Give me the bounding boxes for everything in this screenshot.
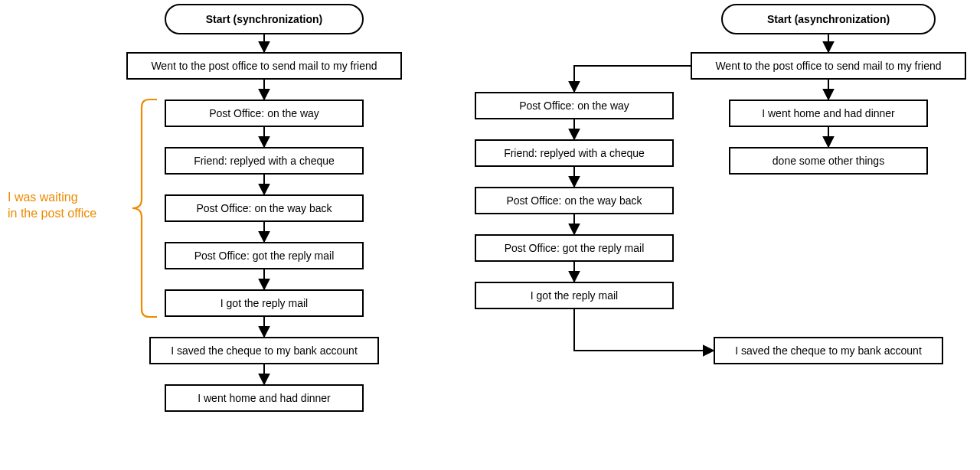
async-right-col-1: I went home and had dinner [729, 100, 928, 127]
text: I saved the cheque to my bank account [735, 344, 922, 357]
text: Friend: replyed with a cheque [194, 155, 335, 168]
text: done some other things [773, 155, 884, 168]
async-step-3: Friend: replyed with a cheque [475, 139, 674, 167]
text: I went home and had dinner [762, 107, 895, 120]
async-step-7: I saved the cheque to my bank account [714, 337, 943, 364]
async-step-2: Post Office: on the way [475, 92, 674, 119]
sync-start-terminator: Start (synchronization) [165, 4, 364, 34]
sync-step-6: I got the reply mail [165, 289, 364, 317]
async-step-6: I got the reply mail [475, 282, 674, 309]
text: I went home and had dinner [198, 392, 331, 405]
async-step-4: Post Office: on the way back [475, 187, 674, 214]
text: Post Office: on the way [209, 107, 319, 120]
text: Post Office: got the reply mail [505, 242, 645, 255]
text: Post Office: on the way back [196, 202, 332, 215]
sync-step-4: Post Office: on the way back [165, 194, 364, 222]
text: Post Office: on the way back [506, 194, 642, 207]
sync-step-3: Friend: replyed with a cheque [165, 147, 364, 175]
sync-step-2: Post Office: on the way [165, 100, 364, 127]
text: I got the reply mail [220, 297, 308, 310]
text: Went to the post office to send mail to … [715, 60, 941, 73]
async-step-5: Post Office: got the reply mail [475, 234, 674, 262]
text: I got the reply mail [531, 289, 618, 302]
text: Went to the post office to send mail to … [151, 60, 377, 73]
sync-step-8: I went home and had dinner [165, 384, 364, 412]
text: Friend: replyed with a cheque [504, 147, 645, 160]
async-step-1: Went to the post office to send mail to … [691, 52, 966, 80]
sync-step-7: I saved the cheque to my bank account [149, 337, 379, 364]
sync-step-5: Post Office: got the reply mail [165, 242, 364, 269]
waiting-annotation: I was waiting in the post office [8, 190, 130, 222]
async-start-label: Start (asynchronization) [767, 13, 890, 26]
text: I saved the cheque to my bank account [171, 344, 358, 357]
text: Post Office: on the way [519, 100, 629, 113]
sync-step-1: Went to the post office to send mail to … [126, 52, 402, 80]
annotation-text: I was waiting in the post office [8, 191, 96, 220]
async-start-terminator: Start (asynchronization) [721, 4, 936, 34]
async-right-col-2: done some other things [729, 147, 928, 175]
sync-start-label: Start (synchronization) [206, 13, 322, 26]
text: Post Office: got the reply mail [194, 250, 335, 263]
